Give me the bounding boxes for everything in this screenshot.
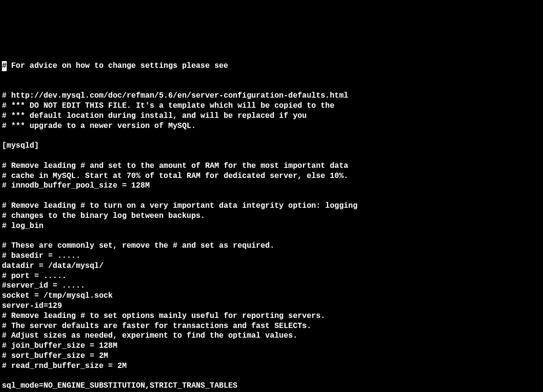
file-line-24: # Remove leading # to set options mainly…: [2, 311, 541, 321]
file-line-29: # read_rnd_buffer_size = 2M: [2, 361, 541, 371]
file-line-28: # sort_buffer_size = 2M: [2, 351, 541, 361]
file-line-27: # join_buffer_size = 128M: [2, 341, 541, 351]
file-line-31: sql_mode=NO_ENGINE_SUBSTITUTION,STRICT_T…: [2, 381, 541, 391]
file-line-1-rest: For advice on how to change settings ple…: [7, 61, 228, 71]
file-line-30: [2, 371, 541, 381]
file-line-10: # cache in MySQL. Start at 70% of total …: [2, 171, 541, 181]
file-line-18: # basedir = .....: [2, 251, 541, 261]
file-line-1: # For advice on how to change settings p…: [2, 61, 541, 71]
file-line-14: # changes to the binary log between back…: [2, 211, 541, 221]
file-line-21: #server_id = .....: [2, 281, 541, 291]
file-line-3: # *** DO NOT EDIT THIS FILE. It's a temp…: [2, 101, 541, 111]
file-line-6: [2, 131, 541, 141]
file-line-12: [2, 191, 541, 201]
file-line-13: # Remove leading # to turn on a very imp…: [2, 201, 541, 211]
file-line-16: [2, 231, 541, 241]
file-line-7: [mysqld]: [2, 141, 541, 151]
file-line-23: server-id=129: [2, 301, 541, 311]
file-line-20: # port = .....: [2, 271, 541, 281]
file-line-22: socket = /tmp/mysql.sock: [2, 291, 541, 301]
file-line-2: # http://dev.mysql.com/doc/refman/5.6/en…: [2, 91, 541, 101]
file-line-5: # *** upgrade to a newer version of MySQ…: [2, 121, 541, 131]
file-line-26: # Adjust sizes as needed, experiment to …: [2, 331, 541, 341]
file-line-15: # log_bin: [2, 221, 541, 231]
vim-editor-viewport[interactable]: # For advice on how to change settings p…: [0, 40, 543, 392]
file-line-19: datadir = /data/mysql/: [2, 261, 541, 271]
file-line-8: [2, 151, 541, 161]
file-line-4: # *** default location during install, a…: [2, 111, 541, 121]
file-line-25: # The server defaults are faster for tra…: [2, 321, 541, 331]
file-line-11: # innodb_buffer_pool_size = 128M: [2, 181, 541, 191]
vim-cursor: #: [2, 61, 7, 71]
file-line-17: # These are commonly set, remove the # a…: [2, 241, 541, 251]
file-line-9: # Remove leading # and set to the amount…: [2, 161, 541, 171]
